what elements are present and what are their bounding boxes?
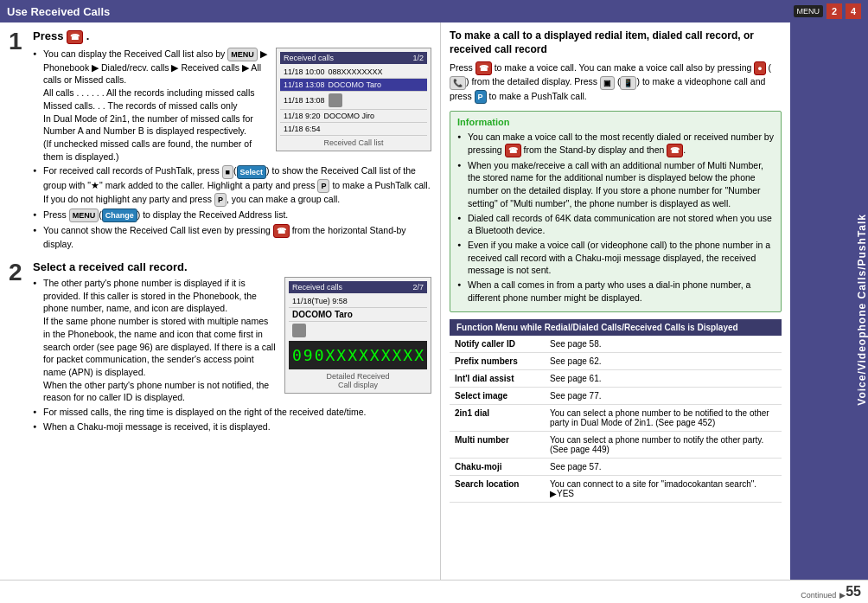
function-row-4: Select image See page 77. xyxy=(450,388,782,405)
step-1-content: Press ☎ . Received calls 1/2 11/18 10:00… xyxy=(33,29,431,253)
step-2-bullet-2: For missed calls, the ring time is displ… xyxy=(33,406,431,419)
info-bullets: You can make a voice call to the most re… xyxy=(457,131,774,304)
info-call-btn: ☎ xyxy=(505,144,521,157)
info-bullet-4: Even if you make a voice call (or videop… xyxy=(457,239,774,277)
right-sidebar: Voice/Videophone Calls/PushTalk xyxy=(790,22,868,580)
step-1: 1 Press ☎ . Received calls 1/2 xyxy=(9,29,431,253)
step-2-content: Select a received call record. Received … xyxy=(33,260,431,435)
select-btn: ■ xyxy=(222,165,233,179)
pushtalk-btn-right: P xyxy=(475,90,487,104)
right-column: To make a call to a displayed redial ite… xyxy=(441,22,790,580)
right-col-intro: Press ☎ to make a voice call. You can ma… xyxy=(450,61,782,104)
p-btn: P xyxy=(317,179,329,193)
info-bullet-5: When a call comes in from a party who us… xyxy=(457,279,774,304)
info-bullet-1: You can make a voice call to the most re… xyxy=(457,131,774,157)
menu-icon: MENU xyxy=(794,5,824,17)
step-1-period: . xyxy=(86,29,90,42)
step-1-title: Press ☎ . xyxy=(33,29,431,44)
function-row-7: Chaku-moji See page 57. xyxy=(450,459,782,476)
function-val-4: See page 77. xyxy=(545,388,782,405)
page-title: Use Received Calls xyxy=(7,5,110,18)
function-key-6: Multi number xyxy=(450,432,545,459)
call-btn-inline: ☎ xyxy=(273,224,290,238)
step-1-bullets: You can display the Received Call list a… xyxy=(33,48,431,252)
function-row-3: Int'l dial assist See page 61. xyxy=(450,370,782,388)
sidebar-label: Voice/Videophone Calls/PushTalk xyxy=(856,214,868,406)
info-send-btn: ☎ xyxy=(667,144,683,157)
function-key-7: Chaku-moji xyxy=(450,459,545,476)
function-row-8: Search location You can connect to a sit… xyxy=(450,476,782,503)
step-1-bullet-3: Press MENU(Change) to display the Receiv… xyxy=(33,208,431,222)
step-1-bullet-1: You can display the Received Call list a… xyxy=(33,48,431,164)
step-1-bullet-4: You cannot show the Received Call list e… xyxy=(33,224,431,251)
call-button-icon[interactable]: ☎ xyxy=(67,30,83,44)
step-2-number: 2 xyxy=(9,260,26,435)
function-val-3: See page 61. xyxy=(545,370,782,388)
step-1-bullet-2: For received call records of PushTalk, p… xyxy=(33,164,431,207)
step-2-bullet-3: When a Chaku-moji message is received, i… xyxy=(33,420,431,433)
function-key-4: Select image xyxy=(450,388,545,405)
function-row-6: Multi number You can select a phone numb… xyxy=(450,432,782,459)
function-val-1: See page 58. xyxy=(545,336,782,353)
step-2-title: Select a received call record. xyxy=(33,260,431,273)
select-label: Select xyxy=(237,165,267,179)
function-key-5: 2in1 dial xyxy=(450,405,545,432)
step-num1: 2 xyxy=(827,3,842,19)
continued-arrow: ▶ xyxy=(839,591,846,600)
continued-label: Continued xyxy=(801,591,836,600)
step-1-press-label: Press xyxy=(33,29,63,42)
function-key-8: Search location xyxy=(450,476,545,503)
function-key-2: Prefix numbers xyxy=(450,353,545,370)
function-key-3: Int'l dial assist xyxy=(450,370,545,388)
info-box-title: Information xyxy=(457,117,774,127)
function-menu-header: Function Menu while Redial/Dialed Calls/… xyxy=(450,319,782,336)
dial-icon: 📞 xyxy=(450,76,466,90)
function-row-5: 2in1 dial You can select a phone number … xyxy=(450,405,782,432)
right-col-title: To make a call to a displayed redial ite… xyxy=(450,29,782,56)
function-row-2: Prefix numbers See page 62. xyxy=(450,353,782,370)
info-bullet-2: When you make/receive a call with an add… xyxy=(457,159,774,210)
function-table-body: Notify caller ID See page 58. Prefix num… xyxy=(450,336,782,503)
info-box: Information You can make a voice call to… xyxy=(450,111,782,312)
function-row-1: Notify caller ID See page 58. xyxy=(450,336,782,353)
menu-btn2: MENU xyxy=(69,208,99,222)
step-2: 2 Select a received call record. Receive… xyxy=(9,260,431,435)
left-column: 1 Press ☎ . Received calls 1/2 xyxy=(0,22,441,580)
menu-btn: MENU xyxy=(227,48,258,61)
step-num2: 4 xyxy=(846,3,861,19)
page-header: Use Received Calls MENU 2 4 xyxy=(0,0,868,22)
change-label: Change xyxy=(102,208,137,222)
function-val-8: You can connect to a site for "imadocoka… xyxy=(545,476,782,503)
video-btn-right: ▣ xyxy=(600,76,615,90)
voice-btn-right: ● xyxy=(754,61,765,75)
page-number: 55 xyxy=(846,584,861,600)
function-val-7: See page 57. xyxy=(545,459,782,476)
step-2-bullet-1: The other party's phone number is displa… xyxy=(33,277,431,404)
step-2-bullets: The other party's phone number is displa… xyxy=(33,277,431,433)
call-icon-right: ☎ xyxy=(475,61,492,75)
phone-icon2: 📱 xyxy=(620,76,636,90)
p-btn2: P xyxy=(214,193,227,207)
function-val-6: You can select a phone number to notify … xyxy=(545,432,782,459)
step-1-number: 1 xyxy=(9,29,26,253)
function-menu-section: Function Menu while Redial/Dialed Calls/… xyxy=(450,319,782,503)
function-table: Notify caller ID See page 58. Prefix num… xyxy=(450,336,782,503)
info-bullet-3: Dialed call records of 64K data communic… xyxy=(457,212,774,237)
header-icons: MENU 2 4 xyxy=(794,3,862,19)
function-val-2: See page 62. xyxy=(545,353,782,370)
page-footer: Continued ▶ 55 xyxy=(0,580,868,603)
function-key-1: Notify caller ID xyxy=(450,336,545,353)
function-val-5: You can select a phone number to be noti… xyxy=(545,405,782,432)
